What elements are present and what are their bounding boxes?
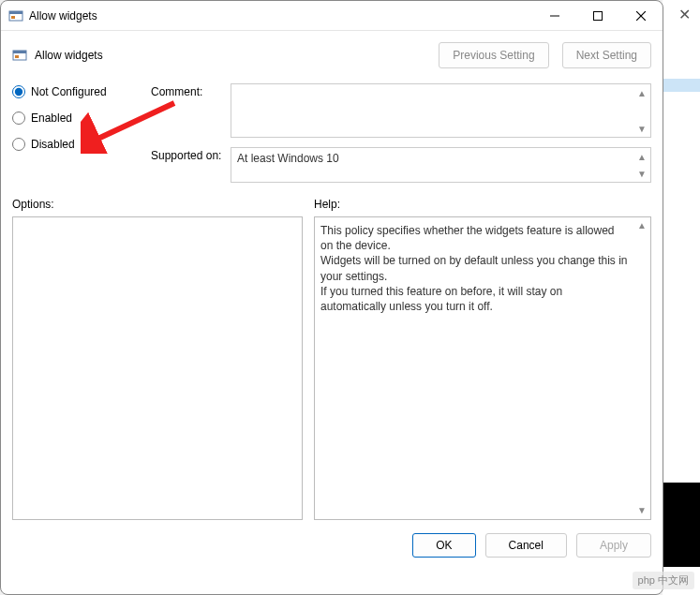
options-label: Options:: [12, 198, 314, 211]
ok-button[interactable]: OK: [412, 533, 475, 558]
disabled-label: Disabled: [31, 138, 75, 151]
titlebar: Allow widgets: [1, 1, 663, 31]
cancel-button[interactable]: Cancel: [485, 533, 567, 558]
policy-dialog: Allow widgets Allow widgets Previous Set…: [0, 0, 663, 595]
help-label: Help:: [314, 198, 651, 211]
not-configured-radio[interactable]: [12, 85, 25, 98]
apply-button[interactable]: Apply: [576, 533, 651, 558]
scroll-up-icon[interactable]: ▲: [634, 85, 649, 100]
supported-on-text: At least Windows 10: [237, 152, 339, 165]
background-selection: [663, 79, 700, 92]
policy-icon: [12, 48, 27, 63]
state-radio-group: Not Configured Enabled Disabled: [12, 83, 151, 183]
svg-rect-9: [15, 55, 19, 58]
scroll-down-icon[interactable]: ▼: [634, 121, 649, 136]
maximize-button[interactable]: [576, 1, 619, 31]
svg-rect-2: [11, 16, 15, 19]
header-title: Allow widgets: [35, 49, 425, 62]
background-dark-region: [663, 483, 700, 567]
scroll-down-icon[interactable]: ▼: [634, 166, 649, 181]
comment-textarea[interactable]: ▲ ▼: [231, 83, 651, 138]
enabled-label: Enabled: [31, 112, 72, 125]
watermark: php 中文网: [633, 572, 694, 589]
disabled-radio[interactable]: [12, 138, 25, 151]
options-panel: [12, 216, 303, 520]
previous-setting-button[interactable]: Previous Setting: [439, 42, 548, 68]
background-close-icon[interactable]: ✕: [678, 6, 691, 23]
minimize-button[interactable]: [533, 1, 576, 31]
close-button[interactable]: [619, 1, 663, 31]
next-setting-button[interactable]: Next Setting: [562, 42, 651, 68]
not-configured-label: Not Configured: [31, 85, 107, 98]
scroll-up-icon[interactable]: ▲: [634, 149, 649, 164]
svg-rect-4: [594, 12, 603, 21]
titlebar-text: Allow widgets: [29, 9, 533, 22]
scroll-up-icon[interactable]: ▲: [634, 218, 649, 233]
policy-icon: [8, 8, 23, 23]
help-panel: This policy specifies whether the widget…: [314, 216, 651, 520]
supported-on-value: At least Windows 10 ▲ ▼: [231, 147, 651, 183]
comment-label: Comment:: [151, 83, 231, 98]
svg-rect-1: [9, 11, 22, 14]
enabled-radio[interactable]: [12, 112, 25, 125]
supported-on-label: Supported on:: [151, 147, 231, 162]
scroll-down-icon[interactable]: ▼: [634, 503, 649, 518]
header-row: Allow widgets Previous Setting Next Sett…: [1, 31, 663, 83]
svg-rect-8: [13, 51, 26, 53]
help-text: This policy specifies whether the widget…: [320, 224, 628, 313]
